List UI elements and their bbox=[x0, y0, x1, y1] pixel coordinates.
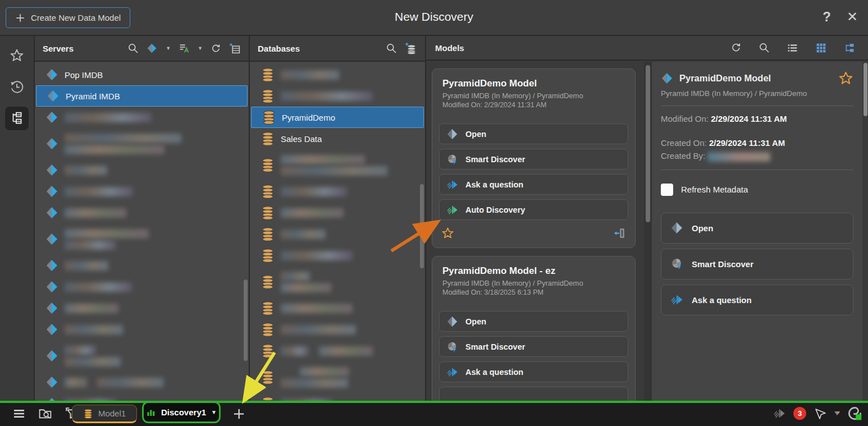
server-item-selected[interactable]: Pyramid IMDB bbox=[36, 85, 248, 107]
open-button[interactable]: Open bbox=[661, 213, 853, 244]
databases-scrollbar[interactable] bbox=[420, 184, 424, 268]
smart-discover-button[interactable]: Smart Discover bbox=[661, 249, 853, 280]
ask-question-status-icon[interactable] bbox=[773, 407, 786, 420]
database-icon bbox=[261, 343, 275, 358]
add-server-icon[interactable] bbox=[229, 43, 241, 54]
database-item-redacted[interactable] bbox=[250, 149, 425, 181]
help-icon[interactable]: ? bbox=[823, 9, 831, 25]
server-item-redacted[interactable] bbox=[35, 297, 249, 319]
ask-a-question-button[interactable]: Ask a question bbox=[439, 174, 628, 195]
modified-on-label: Modified On: bbox=[661, 114, 709, 123]
content-search-icon[interactable] bbox=[38, 406, 52, 420]
server-item-redacted[interactable] bbox=[35, 372, 249, 393]
database-item-redacted[interactable] bbox=[250, 297, 425, 319]
tab-model1[interactable]: Model1 bbox=[72, 405, 137, 423]
browse-tree-rail-button[interactable] bbox=[5, 107, 29, 130]
tab-discovery1-caret-icon[interactable]: ▼ bbox=[211, 409, 217, 415]
close-icon[interactable]: ✕ bbox=[847, 9, 858, 25]
hamburger-menu-icon[interactable] bbox=[12, 407, 26, 420]
server-item-redacted[interactable] bbox=[35, 107, 249, 128]
database-icon bbox=[261, 322, 275, 337]
models-search-icon[interactable] bbox=[759, 42, 770, 53]
smart-discover-icon bbox=[446, 341, 459, 353]
model-card-name: PyramidDemo Model bbox=[439, 78, 628, 89]
servers-search-icon[interactable] bbox=[127, 43, 139, 54]
ask-a-question-button[interactable]: Ask a question bbox=[439, 361, 628, 382]
database-item-redacted[interactable] bbox=[250, 319, 425, 340]
database-icon bbox=[261, 184, 275, 199]
open-button[interactable]: Open bbox=[439, 311, 628, 332]
details-scrollbar[interactable] bbox=[864, 63, 867, 116]
database-item-redacted[interactable] bbox=[250, 245, 425, 266]
database-item-redacted[interactable] bbox=[250, 202, 425, 223]
database-item-redacted[interactable] bbox=[250, 223, 425, 245]
server-diamond-icon bbox=[45, 301, 59, 315]
server-item-redacted[interactable] bbox=[35, 393, 249, 401]
smart-discover-button[interactable]: Smart Discover bbox=[439, 149, 628, 170]
server-item-redacted[interactable] bbox=[35, 319, 249, 340]
tab-discovery1-label: Discovery1 bbox=[161, 407, 206, 417]
servers-scrollbar[interactable] bbox=[244, 280, 248, 361]
favorites-rail-button[interactable] bbox=[5, 44, 29, 67]
server-item-redacted[interactable] bbox=[35, 276, 249, 297]
new-tab-button[interactable] bbox=[231, 406, 246, 422]
databases-title: Databases bbox=[258, 44, 300, 53]
pin-icon[interactable] bbox=[814, 407, 827, 420]
database-item-redacted[interactable] bbox=[250, 393, 425, 401]
databases-search-icon[interactable] bbox=[386, 43, 397, 54]
server-item-redacted[interactable] bbox=[35, 181, 249, 202]
models-scrollbar[interactable] bbox=[646, 65, 650, 222]
grid-view-icon[interactable] bbox=[815, 42, 827, 54]
servers-refresh-icon[interactable] bbox=[211, 43, 221, 54]
add-database-icon[interactable] bbox=[405, 42, 417, 54]
database-item[interactable]: Sales Data bbox=[250, 128, 425, 149]
database-item-redacted[interactable] bbox=[250, 181, 425, 202]
database-item-label: PyramidDemo bbox=[282, 113, 335, 122]
notification-badge[interactable]: 3 bbox=[793, 407, 806, 420]
auto-discovery-button[interactable]: Auto Discovery bbox=[439, 199, 628, 220]
refresh-metadata-label: Refresh Metadata bbox=[681, 185, 748, 194]
models-refresh-icon[interactable] bbox=[730, 42, 742, 53]
database-item-selected[interactable]: PyramidDemo bbox=[251, 107, 424, 128]
tab-discovery1-active[interactable]: Discovery1 ▼ bbox=[142, 401, 221, 423]
favorite-star-icon[interactable] bbox=[838, 71, 853, 86]
server-item-redacted[interactable] bbox=[35, 223, 249, 255]
database-item-redacted[interactable] bbox=[250, 85, 425, 107]
tree-view-icon[interactable] bbox=[844, 42, 856, 54]
server-item-redacted[interactable] bbox=[35, 255, 249, 276]
database-item-redacted[interactable] bbox=[250, 266, 425, 297]
recent-rail-button[interactable] bbox=[5, 75, 29, 99]
database-item-redacted[interactable] bbox=[250, 361, 425, 393]
database-icon bbox=[261, 205, 275, 220]
server-item-label: Pop IMDB bbox=[65, 70, 103, 80]
smart-discover-icon bbox=[670, 257, 684, 271]
smart-discover-button[interactable]: Smart Discover bbox=[439, 336, 628, 357]
server-item-redacted[interactable] bbox=[35, 340, 249, 372]
server-type-filter-icon[interactable] bbox=[147, 43, 158, 54]
database-icon bbox=[261, 158, 275, 172]
refresh-metadata-checkbox[interactable] bbox=[661, 184, 673, 196]
status-caret-icon[interactable] bbox=[834, 411, 840, 415]
server-item[interactable]: Pop IMDB bbox=[35, 64, 249, 85]
server-item-redacted[interactable] bbox=[35, 159, 249, 181]
server-type-filter-caret-icon[interactable]: ▼ bbox=[166, 45, 171, 51]
created-on-value: 2/29/2024 11:31 AM bbox=[709, 138, 785, 148]
open-button[interactable]: Open bbox=[439, 123, 628, 144]
database-item-redacted[interactable] bbox=[250, 64, 425, 85]
list-view-icon[interactable] bbox=[787, 42, 798, 54]
server-diamond-icon bbox=[45, 111, 59, 124]
servers-sort-caret-icon[interactable]: ▼ bbox=[198, 45, 203, 51]
favorite-star-icon[interactable] bbox=[441, 227, 454, 240]
server-item-redacted[interactable] bbox=[35, 202, 249, 223]
servers-sort-icon[interactable] bbox=[179, 43, 190, 54]
exit-model-icon[interactable] bbox=[613, 227, 626, 240]
databases-panel: Databases PyramidDemo Sales Data bbox=[250, 36, 425, 401]
database-item-redacted[interactable] bbox=[250, 340, 425, 361]
auto-discovery-button[interactable] bbox=[439, 387, 628, 401]
model-details-panel: PyramidDemo Model Pyramid IMDB (In Memor… bbox=[652, 62, 862, 401]
ask-a-question-button[interactable]: Ask a question bbox=[661, 285, 853, 315]
server-diamond-icon bbox=[45, 137, 59, 150]
server-diamond-icon bbox=[45, 397, 59, 401]
title-bar: Create New Data Model New Discovery ? ✕ bbox=[0, 0, 868, 35]
server-item-redacted[interactable] bbox=[35, 128, 249, 159]
